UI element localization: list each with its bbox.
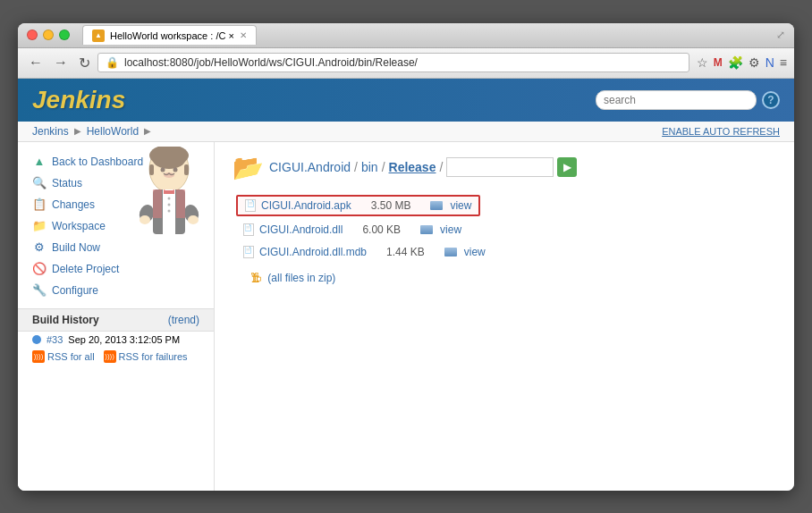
jenkins-mascot	[133, 147, 205, 254]
tab-close-icon[interactable]: ✕	[240, 30, 247, 40]
view-icon-apk	[430, 201, 443, 210]
browser-tab[interactable]: ▲ HelloWorld workspace : /C × ✕	[82, 25, 257, 45]
zip-download-link[interactable]: 🗜 (all files in zip)	[250, 272, 335, 284]
breadcrumb-jenkins[interactable]: Jenkins	[32, 125, 69, 138]
auto-refresh-button[interactable]: ENABLE AUTO REFRESH	[662, 126, 780, 137]
view-link-mdb[interactable]: view	[464, 246, 486, 258]
svg-rect-7	[149, 164, 154, 175]
configure-icon: 🔧	[32, 283, 47, 298]
go-button[interactable]: ▶	[557, 157, 577, 177]
svg-point-20	[188, 215, 199, 224]
svg-point-19	[140, 215, 150, 224]
sidebar-item-delete-project[interactable]: 🚫 Delete Project	[18, 258, 214, 280]
view-icon-dll	[420, 225, 433, 234]
address-bar[interactable]: 🔒 localhost:8080/job/HelloWorld/ws/CIGUI…	[97, 53, 689, 72]
zip-label: (all files in zip)	[267, 272, 335, 284]
changes-icon: 📋	[32, 198, 47, 212]
build-history-section: Build History (trend)	[18, 308, 214, 332]
view-link-dll[interactable]: view	[440, 223, 461, 236]
browser-window: ▲ HelloWorld workspace : /C × ✕ ⤢ ← → ↻ …	[18, 23, 794, 491]
search-area: ?	[596, 90, 780, 110]
forward-button[interactable]: →	[50, 53, 72, 72]
changes-label: Changes	[52, 198, 95, 211]
nav-icons: ☆ M 🧩 ⚙ N ≡	[697, 55, 787, 70]
path-link-cigui-android[interactable]: CIGUI.Android	[269, 160, 351, 174]
svg-point-15	[168, 203, 171, 206]
build-history-label: Build History	[32, 314, 99, 326]
workspace-icon: 📁	[32, 219, 47, 233]
window-maximize-icon[interactable]: ⤢	[776, 29, 785, 41]
configure-label: Configure	[52, 284, 98, 297]
build-entry[interactable]: #33 Sep 20, 2013 3:12:05 PM	[18, 332, 214, 348]
path-input[interactable]	[446, 157, 554, 177]
search-input[interactable]	[596, 90, 757, 110]
lock-icon: 🔒	[106, 56, 119, 69]
rss-row: )))) RSS for all )))) RSS for failures	[18, 348, 214, 366]
delete-project-label: Delete Project	[52, 263, 119, 275]
jenkins-page: Jenkins ? Jenkins ▶ HelloWorld ▶ ENABLE …	[18, 79, 794, 491]
zip-row: 🗜 (all files in zip)	[233, 263, 776, 293]
file-size-mdb: 1.44 KB	[372, 246, 439, 258]
tab-title: HelloWorld workspace : /C ×	[110, 30, 234, 41]
view-link-apk[interactable]: view	[450, 199, 471, 212]
breadcrumb-helloworld[interactable]: HelloWorld	[87, 125, 139, 138]
file-table: 📄 CIGUI.Android.apk 3.50 MB view	[233, 193, 722, 263]
reload-button[interactable]: ↻	[75, 53, 94, 73]
svg-point-14	[168, 197, 171, 199]
build-now-icon: ⚙	[32, 240, 47, 255]
view-icon-mdb	[444, 248, 457, 256]
bookmark-icon[interactable]: ☆	[697, 55, 708, 70]
jenkins-header: Jenkins ?	[18, 79, 794, 122]
menu-icon[interactable]: ≡	[780, 55, 787, 70]
path-link-release[interactable]: Release	[389, 160, 436, 174]
build-number[interactable]: #33	[47, 334, 63, 345]
content-area: 📂 CIGUI.Android / bin / Release / ▶	[215, 142, 794, 491]
svg-point-3	[153, 151, 185, 169]
main-layout: ▲ Back to Dashboard 🔍 Status 📋 Changes 📁…	[18, 142, 794, 491]
extensions-icon[interactable]: 🧩	[728, 55, 743, 70]
svg-rect-8	[184, 164, 189, 175]
trend-link[interactable]: (trend)	[168, 314, 199, 326]
title-bar: ▲ HelloWorld workspace : /C × ✕ ⤢	[18, 23, 794, 48]
svg-marker-22	[176, 189, 185, 218]
back-button[interactable]: ←	[25, 53, 47, 72]
file-icon-mdb: 📄	[243, 246, 254, 258]
breadcrumb-arrow-1: ▶	[74, 126, 81, 136]
rss-all-link[interactable]: )))) RSS for all	[32, 350, 95, 363]
tab-bar: ▲ HelloWorld workspace : /C × ✕	[82, 25, 771, 45]
sidebar: ▲ Back to Dashboard 🔍 Status 📋 Changes 📁…	[18, 142, 215, 491]
rss-failures-link[interactable]: )))) RSS for failures	[104, 350, 188, 363]
close-button[interactable]	[27, 29, 38, 40]
tab-favicon: ▲	[92, 29, 105, 42]
path-sep-2: /	[382, 160, 385, 174]
svg-marker-21	[153, 189, 162, 218]
zip-icon: 🗜	[250, 272, 261, 284]
status-label: Status	[52, 177, 82, 189]
breadcrumb-bar: Jenkins ▶ HelloWorld ▶ ENABLE AUTO REFRE…	[18, 122, 794, 142]
breadcrumb-arrow-2: ▶	[144, 126, 151, 136]
shield-icon[interactable]: N	[765, 55, 774, 70]
build-status-dot	[32, 335, 41, 344]
file-size-apk: 3.50 MB	[357, 199, 426, 212]
svg-point-5	[173, 167, 178, 172]
rss-failures-icon: ))))	[104, 350, 116, 363]
rss-failures-label: RSS for failures	[119, 351, 188, 362]
file-link-dll[interactable]: CIGUI.Android.dll	[259, 223, 343, 236]
build-now-label: Build Now	[52, 241, 100, 254]
minimize-button[interactable]	[43, 29, 54, 40]
delete-icon: 🚫	[32, 262, 47, 276]
gmail-icon[interactable]: M	[714, 55, 723, 70]
path-link-bin[interactable]: bin	[361, 160, 378, 174]
help-button[interactable]: ?	[762, 91, 780, 109]
back-to-dashboard-label: Back to Dashboard	[52, 156, 143, 168]
file-link-apk[interactable]: CIGUI.Android.apk	[261, 199, 351, 212]
url-text: localhost:8080/job/HelloWorld/ws/CIGUI.A…	[124, 56, 418, 69]
file-icon-apk: 📄	[245, 199, 256, 212]
maximize-button[interactable]	[59, 29, 70, 40]
sidebar-item-configure[interactable]: 🔧 Configure	[18, 280, 214, 301]
folder-nav: 📂 CIGUI.Android / bin / Release / ▶	[233, 153, 776, 182]
build-date: Sep 20, 2013 3:12:05 PM	[68, 334, 180, 345]
file-link-mdb[interactable]: CIGUI.Android.dll.mdb	[259, 246, 367, 258]
workspace-label: Workspace	[52, 220, 106, 232]
settings-icon[interactable]: ⚙	[749, 55, 760, 70]
